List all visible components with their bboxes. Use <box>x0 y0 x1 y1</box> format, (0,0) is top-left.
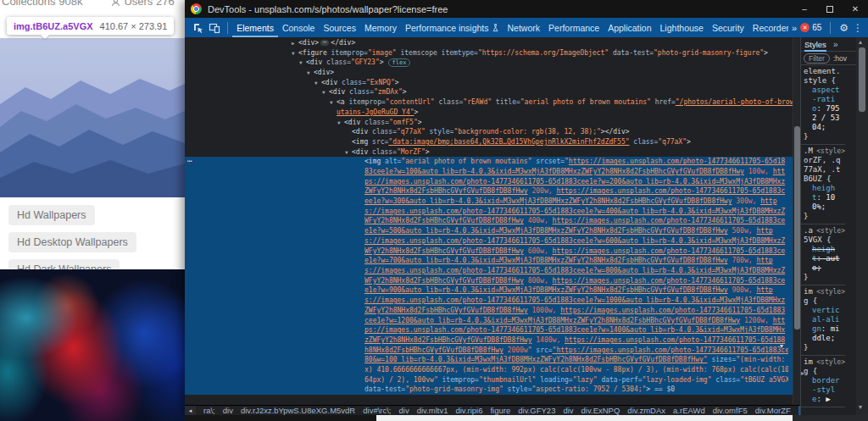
chip-hd-desktop-wallpapers[interactable]: Hd Desktop Wallpapers <box>8 232 136 252</box>
breadcrumb-item[interactable]: div.omfF5 <box>713 406 748 415</box>
more-actions-icon[interactable]: ⋯ <box>187 157 192 167</box>
code-line[interactable]: 80&w=100_lib=rb-4.0.3&ixid=M3wxMjA3fDB8M… <box>364 355 788 365</box>
style-rule[interactable]: <style>.MorZF, .q77aX, .tB6UZ {height: 1… <box>801 145 845 224</box>
breadcrumb-item[interactable]: div <box>563 406 573 415</box>
breadcrumb-item[interactable]: div.zmDAx <box>627 406 665 415</box>
style-declaration[interactable]: border-style: ▶ <box>804 376 843 404</box>
selected-element[interactable]: ⋯ <img alt="aerial photo of brown moutai… <box>185 157 793 395</box>
style-rule[interactable]: <style>img {border-style: ▶ <box>801 356 845 407</box>
code-line[interactable]: ▼<div> <box>185 68 793 78</box>
code-token: class= <box>345 88 374 96</box>
devtools-tab-sources[interactable]: Sources <box>319 18 360 37</box>
devtools-tab-performance[interactable]: Performance <box>544 18 604 37</box>
device-toolbar-icon[interactable] <box>209 21 222 35</box>
breadcrumb-item[interactable]: div.mltv1 <box>417 406 448 415</box>
devtools-tab-application[interactable]: Application <box>604 18 655 37</box>
breadcrumb-scroll-left-icon[interactable]: ◂ <box>185 406 196 416</box>
breadcrumb-item[interactable]: div.rJ2xz.bYpwS.U8eXG.M5vdR <box>241 406 355 415</box>
styles-scrollbar-thumb[interactable] <box>859 47 865 112</box>
users-count[interactable]: Users 276 <box>124 0 174 8</box>
scroll-up-icon[interactable]: ▴ <box>859 38 862 46</box>
code-token: ></div> <box>601 128 630 136</box>
scroll-down-icon[interactable]: ▾ <box>859 403 862 411</box>
photo-thumbnail-ink[interactable] <box>0 269 185 421</box>
breadcrumb-item[interactable]: div <box>399 406 409 415</box>
devtools-tab-lighthouse[interactable]: Lighthouse <box>656 18 708 37</box>
code-token: itemprop= <box>345 98 386 106</box>
devtools-tab-elements[interactable]: Elements <box>232 18 278 37</box>
breadcrumb-item[interactable]: div.ExNPQ <box>581 406 620 415</box>
devtools-toolbar: ElementsConsoleSourcesMemoryPerformance … <box>185 18 868 37</box>
code-token: class= <box>368 128 397 136</box>
elements-scrollbar[interactable] <box>793 37 800 405</box>
minimize-button[interactable]: – <box>792 0 817 18</box>
breadcrumb-item[interactable]: div#\rc\; <box>363 406 391 415</box>
maximize-button[interactable] <box>817 0 843 18</box>
code-line[interactable]: ▼<div class="omfF5"> <box>185 118 793 128</box>
devtools-tab-memory[interactable]: Memory <box>360 18 401 37</box>
code-line[interactable]: <div class="q77aX" style="background-col… <box>185 127 793 137</box>
error-badge[interactable]: ✕ 65 <box>800 23 821 32</box>
collections-count[interactable]: Collections 908k <box>2 0 82 8</box>
code-line[interactable]: x) 410.6666666666667px, (min-width: 992p… <box>364 365 788 375</box>
settings-gear-icon[interactable]: ⚙ <box>839 22 849 34</box>
elements-tree-panel[interactable]: ▶<div>⋯</div>▼<figure itemprop="image" i… <box>185 37 793 405</box>
breadcrumb-item[interactable]: a.rEAWd <box>673 406 705 415</box>
code-line[interactable]: h8NHx8d2FsbHBhcGVyfGVufDB8fDB8fHwy 2000w… <box>364 346 788 356</box>
tab-styles[interactable]: Styles <box>804 37 826 52</box>
styles-scrollbar[interactable]: ▴ ▾ <box>856 37 868 415</box>
styles-filter-input[interactable]: Filter <box>804 53 830 64</box>
code-line[interactable]: ▼<div class="MorZF"> <box>185 147 793 158</box>
scroll-down-icon[interactable]: ▾ <box>780 342 783 350</box>
breadcrumb: ◂ ra\;divdiv.rJ2xz.bYpwS.U8eXG.M5vdRdiv#… <box>185 405 800 415</box>
kebab-menu-icon[interactable]: ⋮ <box>853 22 863 34</box>
code-line[interactable]: ▶<div>⋯</div> <box>185 38 793 48</box>
style-rule[interactable]: <style>img {vertical-align: middle;} <box>801 285 845 356</box>
breadcrumb-item[interactable]: div.MorZF <box>755 406 791 415</box>
code-token: "lazy" <box>573 376 598 384</box>
srcset-descriptor: 1200w, <box>740 317 773 324</box>
breadcrumb-item[interactable]: div <box>223 406 233 415</box>
code-line[interactable]: data-test="photo-grid-masonry-img" style… <box>364 385 788 395</box>
breadcrumb-item[interactable]: figure <box>490 406 510 415</box>
style-source-link[interactable]: <style> <box>816 357 845 367</box>
toggle-hover-state[interactable]: :hov <box>833 54 847 63</box>
devtools-titlebar[interactable]: DevTools - unsplash.com/s/photos/wallpap… <box>185 0 868 18</box>
code-token: ▼ <box>292 48 298 58</box>
style-declaration[interactable]: vertical-align: middle; <box>804 306 843 343</box>
code-token: itemprop= <box>327 49 368 57</box>
style-rule[interactable]: element.style {aspect-ratio: 7952 / 5304… <box>801 65 845 145</box>
code-line[interactable]: ▼<figure itemprop="image" itemscope item… <box>185 48 793 58</box>
style-declaration[interactable]: height: 100%; <box>804 184 843 212</box>
elements-scrollbar-thumb[interactable] <box>794 126 800 330</box>
devtools-tab-performance-insights[interactable]: Performance insights <box>401 18 504 37</box>
chip-hd-wallpapers[interactable]: Hd Wallpapers <box>8 205 95 225</box>
code-line[interactable]: ▼<div class="GFY23">flex <box>185 58 793 68</box>
sidebar-more-tabs-icon[interactable]: » <box>833 40 838 49</box>
devtools-tab-network[interactable]: Network <box>504 18 545 37</box>
devtools-tab-console[interactable]: Console <box>278 18 320 37</box>
style-source-link[interactable]: <style> <box>816 226 845 235</box>
style-declaration[interactable]: aspect-ratio: 7952 / 5304; <box>804 86 843 132</box>
breadcrumb-item[interactable]: div.GFY23 <box>518 406 555 415</box>
breadcrumb-item[interactable]: ra\; <box>203 406 215 415</box>
style-source-link[interactable]: <style> <box>816 147 845 156</box>
inspect-cursor-icon[interactable] <box>192 21 205 35</box>
close-button[interactable]: ✕ <box>843 0 868 18</box>
code-line[interactable]: utains-JgOeRuGD_Y4"> <box>185 108 793 118</box>
breadcrumb-item[interactable]: div.ripi6 <box>455 406 482 415</box>
code-line[interactable]: 64px) / 2), 100vw" itemprop="thumbnailUr… <box>364 375 788 385</box>
more-tabs-icon[interactable]: » <box>788 23 800 33</box>
devtools-tab-recorder[interactable]: Recorder <box>748 18 788 37</box>
code-line[interactable]: <img src="data:image/bmp;base64,Qk32B…Qd… <box>185 137 793 147</box>
style-source-link[interactable]: <style> <box>816 287 845 296</box>
code-line[interactable]: ▼<a itemprop="contentUrl" class="rEAWd" … <box>185 97 793 108</box>
style-rule[interactable]: <style>.a5VGX {height: auto;} <box>801 224 845 285</box>
code-line[interactable]: ▼<div class="ExNPQ"> <box>185 78 793 88</box>
scroll-right-icon[interactable]: ▸ <box>801 369 804 377</box>
code-line[interactable]: ▼<div class="zmDAx"> <box>185 87 793 97</box>
search-result-tabs[interactable]: Collections 908k Users 276 <box>2 0 175 8</box>
devtools-tab-security[interactable]: Security <box>708 18 748 37</box>
code-tree: ▶<div>⋯</div>▼<figure itemprop="image" i… <box>185 38 793 157</box>
style-declaration[interactable]: height: auto; <box>804 245 843 273</box>
